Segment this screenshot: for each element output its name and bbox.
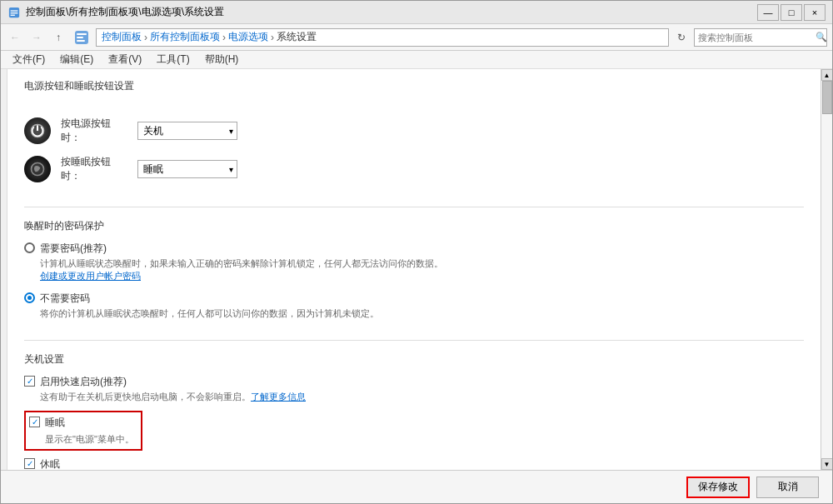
scrollbar-track <box>821 81 833 458</box>
menu-view[interactable]: 查看(V) <box>102 51 148 68</box>
scroll-down-button[interactable]: ▼ <box>821 458 833 470</box>
address-bar: ← → ↑ 控制面板 › 所有控制面板项 › 电源选项 › 系统设置 ↻ 🔍 <box>1 24 832 51</box>
sleep-checkbox-row: 睡眠 <box>29 416 134 430</box>
fast-startup-checkbox[interactable] <box>24 376 35 387</box>
menu-bar: 文件(F) 编辑(E) 查看(V) 工具(T) 帮助(H) <box>1 51 832 69</box>
sleep-option-desc: 显示在"电源"菜单中。 <box>45 433 134 446</box>
svg-rect-2 <box>11 12 18 13</box>
content-area: 电源按钮和睡眠按钮设置 按电源按钮时： <box>1 69 832 470</box>
menu-help[interactable]: 帮助(H) <box>198 51 246 68</box>
fast-startup-label: 启用快速启动(推荐) <box>40 375 306 389</box>
scrollbar[interactable]: ▲ ▼ <box>821 69 832 470</box>
hibernate-row: 休眠 显示在"电源"菜单中。 <box>24 457 804 470</box>
refresh-button[interactable]: ↻ <box>672 28 691 47</box>
require-password-option: 需要密码(推荐) 计算机从睡眠状态唤醒时，如果未输入正确的密码来解除计算机锁定，… <box>24 242 804 283</box>
hibernate-label: 休眠 <box>40 457 129 470</box>
no-password-label: 不需要密码 <box>40 292 379 306</box>
power-settings: 按电源按钮时： 关机 按睡眠按钮时： <box>7 108 821 202</box>
shutdown-section: 关机设置 启用快速启动(推荐) 这有助于在关机后更快地启动电脑，不会影响重启。了… <box>7 346 821 470</box>
require-password-radio[interactable] <box>24 242 35 253</box>
sleep-option-label: 睡眠 <box>45 416 65 430</box>
sleep-button-dropdown[interactable]: 睡眠 <box>137 160 237 178</box>
sleep-icon <box>24 156 51 182</box>
minimize-button[interactable]: — <box>757 4 779 21</box>
left-sidebar <box>1 69 7 470</box>
power-button-section: 电源按钮和睡眠按钮设置 <box>7 69 821 108</box>
window-controls: — □ × <box>757 4 826 21</box>
up-button[interactable]: ↑ <box>49 28 67 47</box>
sleep-button-row: 按睡眠按钮时： 睡眠 <box>24 155 804 183</box>
save-button[interactable]: 保存修改 <box>686 477 750 498</box>
close-button[interactable]: × <box>804 4 826 21</box>
power-button-label: 按电源按钮时： <box>61 117 127 145</box>
divider-1 <box>24 207 804 207</box>
window-title: 控制面板\所有控制面板项\电源选项\系统设置 <box>26 5 757 19</box>
breadcrumb-all-items[interactable]: 所有控制面板项 <box>150 30 220 44</box>
main-window: 控制面板\所有控制面板项\电源选项\系统设置 — □ × ← → ↑ 控制面板 … <box>0 0 833 504</box>
divider-2 <box>24 340 804 341</box>
fast-startup-desc: 这有助于在关机后更快地启动电脑，不会影响重启。了解更多信息 <box>40 391 306 403</box>
no-password-desc: 将你的计算机从睡眠状态唤醒时，任何人都可以访问你的数据，因为计算机未锁定。 <box>40 307 379 320</box>
create-password-link[interactable]: 创建或更改用户帐户密码 <box>40 271 141 281</box>
cancel-button[interactable]: 取消 <box>756 477 819 498</box>
require-password-desc: 计算机从睡眠状态唤醒时，如果未输入正确的密码来解除计算机锁定，任何人都无法访问你… <box>40 257 443 283</box>
breadcrumb-current: 系统设置 <box>277 30 317 44</box>
window-icon <box>7 6 21 19</box>
maximize-button[interactable]: □ <box>781 4 802 21</box>
sleep-button-label: 按睡眠按钮时： <box>61 155 127 183</box>
sleep-checkbox[interactable] <box>29 417 40 427</box>
breadcrumb-power[interactable]: 电源选项 <box>228 30 268 44</box>
no-password-option: 不需要密码 将你的计算机从睡眠状态唤醒时，任何人都可以访问你的数据，因为计算机未… <box>24 292 804 320</box>
power-button-section-title: 电源按钮和睡眠按钮设置 <box>24 79 804 93</box>
search-box: 🔍 <box>694 28 827 47</box>
scroll-up-button[interactable]: ▲ <box>821 69 833 81</box>
title-bar: 控制面板\所有控制面板项\电源选项\系统设置 — □ × <box>1 1 832 24</box>
sleep-highlight-box: 睡眠 显示在"电源"菜单中。 <box>24 411 142 451</box>
no-password-radio[interactable] <box>24 292 35 303</box>
scrollbar-thumb[interactable] <box>822 81 832 114</box>
menu-file[interactable]: 文件(F) <box>6 51 52 68</box>
shutdown-section-title: 关机设置 <box>24 352 804 367</box>
svg-rect-7 <box>77 40 85 42</box>
menu-edit[interactable]: 编辑(E) <box>53 51 100 68</box>
svg-rect-6 <box>77 37 83 38</box>
require-password-label: 需要密码(推荐) <box>40 242 443 256</box>
fast-startup-row: 启用快速启动(推荐) 这有助于在关机后更快地启动电脑，不会影响重启。了解更多信息 <box>24 375 804 403</box>
forward-button[interactable]: → <box>27 28 46 47</box>
learn-more-link[interactable]: 了解更多信息 <box>251 392 306 402</box>
search-input[interactable] <box>698 32 813 42</box>
menu-tools[interactable]: 工具(T) <box>150 51 196 68</box>
sleep-row-container: 睡眠 显示在"电源"菜单中。 <box>24 411 804 451</box>
power-button-dropdown[interactable]: 关机 <box>137 122 237 140</box>
svg-rect-1 <box>11 10 18 11</box>
breadcrumb-control-panel[interactable]: 控制面板 <box>102 30 142 44</box>
power-icon <box>24 117 51 144</box>
breadcrumb: 控制面板 › 所有控制面板项 › 电源选项 › 系统设置 <box>96 28 669 47</box>
power-button-row: 按电源按钮时： 关机 <box>24 117 804 145</box>
password-section-title: 唤醒时的密码保护 <box>24 219 804 233</box>
svg-rect-3 <box>11 14 15 15</box>
back-button[interactable]: ← <box>6 28 24 47</box>
password-section: 唤醒时的密码保护 需要密码(推荐) 计算机从睡眠状态唤醒时，如果未输入正确的密码… <box>7 212 821 335</box>
search-icon: 🔍 <box>816 32 827 42</box>
main-panel: 电源按钮和睡眠按钮设置 按电源按钮时： <box>7 69 821 470</box>
location-icon <box>71 28 92 47</box>
bottom-bar: 保存修改 取消 <box>1 470 832 503</box>
svg-rect-5 <box>77 33 87 35</box>
hibernate-checkbox[interactable] <box>24 458 35 469</box>
